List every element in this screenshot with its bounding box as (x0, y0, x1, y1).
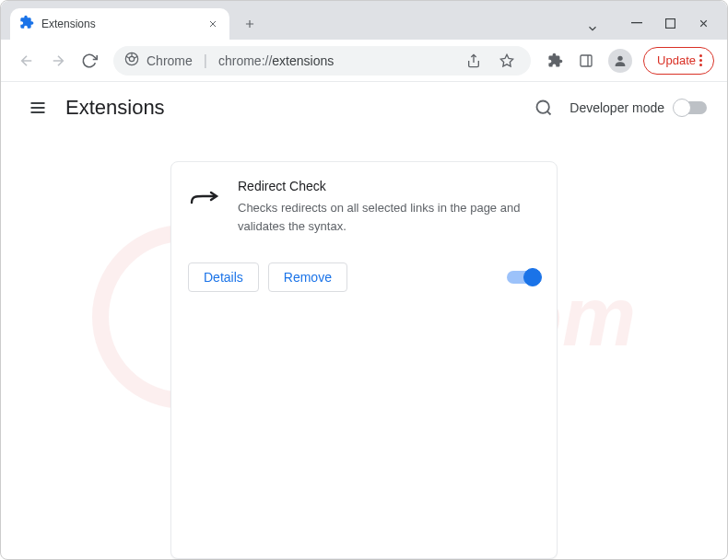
bookmark-icon[interactable] (494, 48, 520, 74)
extensions-icon (19, 15, 34, 33)
new-tab-button[interactable] (237, 11, 263, 37)
sidepanel-icon[interactable] (573, 48, 599, 74)
omnibox-separator: | (204, 52, 207, 69)
menu-button[interactable] (21, 91, 54, 124)
maximize-button[interactable] (653, 9, 687, 37)
page-header: Extensions Developer mode (1, 82, 727, 134)
omnibox-url: chrome://extensions (218, 53, 334, 68)
address-bar[interactable]: Chrome | chrome://extensions (113, 46, 531, 76)
search-button[interactable] (527, 91, 560, 124)
developer-mode-label: Developer mode (569, 100, 664, 115)
tab-search-button[interactable] (581, 18, 604, 40)
back-button[interactable] (14, 48, 40, 74)
browser-window: Extensions (0, 0, 728, 560)
browser-tab[interactable]: Extensions (10, 8, 229, 40)
update-button[interactable]: Update (643, 47, 714, 75)
developer-mode-toggle[interactable] (674, 101, 707, 114)
extension-name: Redirect Check (238, 179, 540, 193)
page-title: Extensions (65, 96, 165, 120)
omnibox-prefix: Chrome (147, 53, 193, 68)
extension-card: Redirect Check Checks redirects on all s… (170, 161, 558, 559)
close-window-button[interactable] (687, 9, 720, 37)
svg-rect-0 (631, 22, 642, 23)
details-button[interactable]: Details (188, 262, 259, 292)
minimize-button[interactable] (620, 9, 653, 37)
svg-rect-1 (665, 18, 675, 28)
reload-button[interactable] (76, 48, 102, 74)
close-tab-button[interactable] (205, 17, 220, 31)
profile-button[interactable] (608, 49, 632, 73)
svg-line-11 (547, 111, 551, 115)
share-icon[interactable] (461, 48, 487, 74)
toolbar: Chrome | chrome://extensions Update (1, 40, 727, 82)
redirect-arrow-icon (188, 182, 221, 216)
window-controls (620, 9, 720, 37)
forward-button[interactable] (45, 48, 71, 74)
svg-point-10 (537, 101, 549, 113)
content-area: Redirect Check Checks redirects on all s… (1, 134, 727, 559)
extension-enabled-toggle[interactable] (507, 271, 540, 284)
menu-dots-icon (699, 54, 702, 66)
svg-point-6 (617, 55, 622, 60)
chrome-logo-icon (124, 52, 139, 70)
update-label: Update (657, 53, 696, 67)
extension-description: Checks redirects on all selected links i… (238, 199, 540, 235)
remove-button[interactable]: Remove (268, 262, 347, 292)
title-bar: Extensions (1, 1, 727, 40)
extensions-toolbar-icon[interactable] (542, 48, 568, 74)
svg-rect-4 (581, 55, 592, 66)
tab-title: Extensions (41, 18, 198, 30)
svg-point-3 (129, 56, 134, 61)
